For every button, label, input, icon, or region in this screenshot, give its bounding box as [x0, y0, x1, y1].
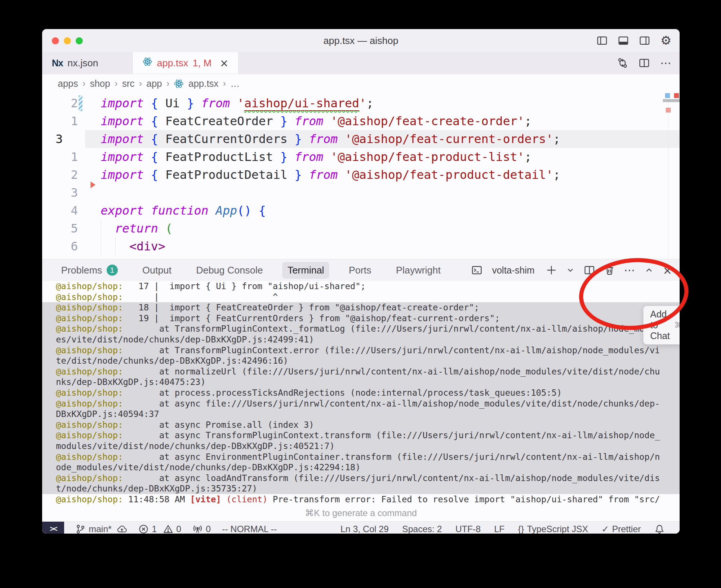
- problems-count-badge: 1: [107, 265, 118, 276]
- terminal-line: @aishop/shop: 18 | import { FeatCreateOr…: [42, 302, 680, 313]
- cursor-position[interactable]: Ln 3, Col 29: [340, 524, 388, 534]
- code-line[interactable]: 5 return (: [42, 219, 680, 237]
- code-text: export function App() {: [101, 202, 680, 219]
- code-line[interactable]: 3import { FeatCurrentOrders } from '@ais…: [42, 130, 680, 148]
- split-terminal-icon[interactable]: [584, 265, 595, 276]
- panel-tab-terminal[interactable]: Terminal: [282, 262, 329, 279]
- breadcrumb-file[interactable]: app.tsx: [188, 78, 218, 89]
- braces-icon: {}: [518, 524, 524, 534]
- language-mode[interactable]: {} TypeScript JSX: [518, 524, 588, 534]
- close-panel-icon[interactable]: ×: [663, 264, 672, 277]
- panel-tab-debug-console[interactable]: Debug Console: [191, 262, 268, 279]
- editor-tab-nx.json[interactable]: Nxnx.json: [42, 52, 133, 74]
- error-icon: [138, 524, 149, 534]
- panel-tab-ports[interactable]: Ports: [343, 262, 377, 279]
- close-tab-icon[interactable]: ×: [220, 57, 228, 69]
- indentation-setting[interactable]: Spaces: 2: [402, 524, 442, 534]
- terminal-dropdown-chevron-icon[interactable]: [566, 266, 575, 275]
- terminal-line: @aishop/shop: at async file:///Users/jur…: [42, 398, 680, 409]
- line-number: 3: [42, 184, 78, 202]
- code-line[interactable]: 1import { FeatCreateOrder } from '@aisho…: [42, 112, 680, 130]
- terminal-profile-icon: [471, 265, 482, 276]
- maximize-panel-chevron-icon[interactable]: [644, 265, 654, 275]
- breadcrumb-item-apps[interactable]: apps: [58, 78, 78, 89]
- git-branch-indicator[interactable]: main*: [75, 524, 127, 534]
- editor-scrollbar-thumb[interactable]: [663, 99, 680, 102]
- panel-tab-problems[interactable]: Problems1: [56, 262, 123, 279]
- tab-label: app.tsx: [157, 57, 188, 69]
- radio-tower-icon: [192, 524, 203, 534]
- breadcrumb-item-shop[interactable]: shop: [90, 78, 110, 89]
- code-line[interactable]: 4export function App() {: [42, 202, 680, 219]
- nx-logo-icon: Nx: [52, 57, 63, 69]
- panel-tab-output[interactable]: Output: [137, 262, 177, 279]
- code-text: import { Ui } from 'aishop/ui-shared';: [101, 94, 680, 112]
- breadcrumb-chevron-icon: ›: [139, 78, 142, 89]
- terminal-line: modules/vite/dist/node/chunks/dep-DBxKXg…: [42, 441, 680, 452]
- formatter-indicator[interactable]: ✓ Prettier: [602, 524, 641, 534]
- forwarded-ports-indicator[interactable]: 0: [192, 524, 211, 534]
- ruler-modified-mark: [665, 93, 670, 98]
- breadcrumb-item-src[interactable]: src: [122, 78, 134, 89]
- code-line[interactable]: 2import { Ui } from 'aishop/ui-shared';: [42, 94, 680, 112]
- panel-tab-label: Terminal: [287, 265, 324, 276]
- terminal-output[interactable]: @aishop/shop: 17 | import { Ui } from "a…: [42, 281, 680, 505]
- terminal-line: @aishop/shop: 17 | import { Ui } from "a…: [42, 281, 680, 292]
- code-text: <div>: [101, 237, 680, 255]
- panel-more-actions-icon[interactable]: ⋯: [624, 266, 635, 274]
- breadcrumb-chevron-icon: ›: [166, 78, 169, 89]
- code-text: import { FeatProductDetail } from '@aish…: [101, 166, 680, 184]
- toggle-primary-sidebar-icon[interactable]: [596, 35, 608, 46]
- code-line[interactable]: 1import { FeatProductList } from '@aisho…: [42, 148, 680, 166]
- compare-changes-icon[interactable]: [617, 57, 628, 69]
- breadcrumb-chevron-icon: ›: [82, 78, 85, 89]
- terminal-line: te/dist/node/chunks/dep-DBxKXgDP.js:4249…: [42, 355, 680, 366]
- editor-scrollbar-divider: [668, 93, 668, 259]
- panel-tab-label: Playwright: [396, 265, 441, 276]
- new-terminal-icon[interactable]: [546, 265, 557, 276]
- split-editor-icon[interactable]: [639, 57, 650, 69]
- editor-tab-app.tsx[interactable]: app.tsx1, M×: [133, 52, 239, 74]
- sync-changes-icon[interactable]: [117, 524, 127, 534]
- eol-setting[interactable]: LF: [494, 524, 504, 534]
- code-text: import { FeatCurrentOrders } from '@aish…: [101, 130, 680, 148]
- toggle-panel-icon[interactable]: [618, 35, 629, 46]
- vim-mode-indicator[interactable]: -- NORMAL --: [222, 524, 277, 534]
- panel-tab-playwright[interactable]: Playwright: [391, 262, 446, 279]
- tab-label: nx.json: [67, 57, 98, 69]
- more-actions-icon[interactable]: ⋯: [660, 59, 671, 67]
- code-line[interactable]: 3: [42, 184, 680, 202]
- encoding-setting[interactable]: UTF-8: [455, 524, 481, 534]
- breadcrumb-chevron-icon: ›: [114, 78, 117, 89]
- terminal-line: nks/dep-DBxKXgDP.js:40475:23): [42, 377, 680, 388]
- breadcrumb-more[interactable]: …: [230, 78, 240, 89]
- code-line[interactable]: 6 <div>: [42, 237, 680, 255]
- ports-count: 0: [206, 524, 211, 534]
- error-count: 1: [152, 524, 157, 534]
- add-to-chat-tooltip[interactable]: Add to Chat ⌘L: [643, 306, 680, 345]
- notifications-bell-icon[interactable]: [654, 524, 665, 534]
- problems-indicator[interactable]: 1 0: [138, 524, 181, 534]
- vim-mode-text: -- NORMAL --: [222, 524, 277, 534]
- terminal-line: @aishop/shop: at TransformPluginContext.…: [42, 345, 680, 356]
- code-text: import { FeatProductList } from '@aishop…: [101, 148, 680, 166]
- warning-count: 0: [176, 524, 181, 534]
- remote-indicator[interactable]: ><: [42, 522, 64, 534]
- code-editor[interactable]: 2import { Ui } from 'aishop/ui-shared';1…: [42, 93, 680, 259]
- toggle-secondary-sidebar-icon[interactable]: [639, 35, 650, 46]
- warning-icon: [163, 524, 173, 534]
- react-icon: [142, 57, 152, 69]
- code-line[interactable]: 2import { FeatProductDetail } from '@ais…: [42, 166, 680, 184]
- breadcrumb-item-app[interactable]: app: [147, 78, 162, 89]
- settings-gear-icon[interactable]: ⚙: [660, 35, 671, 46]
- terminal-line: t/node/chunks/dep-DBxKXgDP.js:35735:27): [42, 483, 680, 494]
- kill-terminal-trash-icon[interactable]: [604, 265, 615, 276]
- branch-name: main*: [89, 524, 111, 534]
- line-number: 2: [42, 166, 78, 184]
- line-number: 3: [56, 130, 63, 148]
- terminal-instance-name[interactable]: volta-shim: [492, 265, 535, 276]
- vscode-window: app.tsx — aishop ⚙ Nxnx.jsonapp.tsx1, M×: [42, 29, 680, 534]
- terminal-line: es/vite/dist/node/chunks/dep-DBxKXgDP.js…: [42, 334, 680, 345]
- terminal-line: @aishop/shop: at async loadAndTransform …: [42, 473, 680, 484]
- window-title: app.tsx — aishop: [42, 35, 680, 47]
